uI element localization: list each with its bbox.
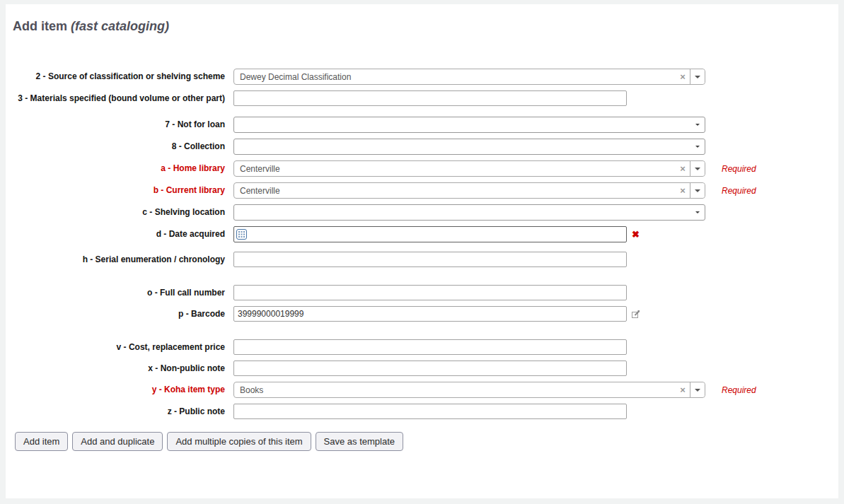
selected-value: Centerville bbox=[234, 161, 676, 176]
form-row-collection: 8 - Collection bbox=[13, 139, 838, 155]
field-date-acquired-input[interactable] bbox=[233, 226, 627, 242]
field-label-not-for-loan: 7 - Not for loan bbox=[13, 120, 225, 129]
field-cost-replacement-price-input[interactable] bbox=[233, 339, 627, 355]
dropdown-arrow-icon bbox=[695, 146, 700, 150]
arrow-glyph bbox=[695, 76, 700, 81]
field-label-shelving-location: c - Shelving location bbox=[13, 208, 225, 217]
required-badge: Required bbox=[722, 164, 756, 174]
field-label-barcode: p - Barcode bbox=[13, 310, 225, 319]
arrow-glyph bbox=[695, 168, 700, 173]
form-row-date-acquired: d - Date acquired✖ bbox=[13, 226, 838, 242]
field-home-library-combobox[interactable]: Centerville× bbox=[233, 160, 705, 177]
field-full-call-number-input[interactable] bbox=[233, 285, 627, 300]
field-barcode-input[interactable] bbox=[233, 306, 627, 322]
field-koha-item-type-combobox[interactable]: Books× bbox=[233, 382, 705, 398]
calendar-icon[interactable] bbox=[236, 229, 247, 240]
page-title-suffix: (fast cataloging) bbox=[71, 19, 169, 33]
clear-date-icon[interactable]: ✖ bbox=[632, 226, 640, 242]
field-materials-specified-input[interactable] bbox=[233, 90, 627, 106]
page-title: Add item (fast cataloging) bbox=[13, 18, 838, 34]
field-not-for-loan-select[interactable] bbox=[233, 117, 705, 133]
selected-value: Centerville bbox=[234, 183, 676, 198]
field-shelving-location-select[interactable] bbox=[233, 204, 705, 221]
clear-selection-icon[interactable]: × bbox=[676, 183, 690, 198]
field-label-public-note: z - Public note bbox=[13, 407, 225, 416]
arrow-glyph bbox=[695, 389, 700, 394]
form-row-cost-replacement-price: v - Cost, replacement price bbox=[13, 339, 838, 355]
field-label-full-call-number: o - Full call number bbox=[13, 288, 225, 298]
field-label-current-library: b - Current library bbox=[13, 186, 225, 195]
dropdown-arrow-icon bbox=[695, 124, 700, 128]
content-panel: Add item (fast cataloging) 2 - Source of… bbox=[6, 4, 838, 498]
clear-selection-icon[interactable]: × bbox=[676, 161, 690, 176]
selected-value: Books bbox=[234, 382, 676, 397]
form-row-full-call-number: o - Full call number bbox=[13, 285, 838, 300]
page-title-text: Add item bbox=[13, 19, 67, 33]
edit-icon[interactable] bbox=[631, 310, 640, 319]
form-row-barcode: p - Barcode bbox=[13, 306, 838, 322]
dropdown-arrow-icon bbox=[695, 211, 700, 216]
dropdown-arrow-icon[interactable] bbox=[690, 183, 705, 198]
field-label-classification: 2 - Source of classification or shelving… bbox=[13, 72, 225, 81]
field-label-cost-replacement-price: v - Cost, replacement price bbox=[13, 343, 225, 352]
field-label-koha-item-type: y - Koha item type bbox=[13, 385, 225, 394]
button-save-as-template[interactable]: Save as template bbox=[316, 432, 403, 451]
field-current-library-combobox[interactable]: Centerville× bbox=[233, 182, 705, 199]
field-non-public-note-input[interactable] bbox=[233, 361, 627, 376]
form-actions: Add itemAdd and duplicateAdd multiple co… bbox=[15, 432, 838, 451]
button-add-multiple-copies[interactable]: Add multiple copies of this item bbox=[167, 432, 311, 451]
form-row-not-for-loan: 7 - Not for loan bbox=[13, 117, 838, 133]
field-label-home-library: a - Home library bbox=[13, 164, 225, 173]
required-badge: Required bbox=[722, 385, 756, 395]
required-badge: Required bbox=[722, 186, 756, 196]
clear-selection-icon[interactable]: × bbox=[676, 382, 690, 397]
form-row-home-library: a - Home libraryCenterville×Required bbox=[13, 160, 838, 177]
add-item-form: 2 - Source of classification or shelving… bbox=[13, 69, 838, 419]
button-add-item[interactable]: Add item bbox=[15, 432, 68, 451]
form-row-current-library: b - Current libraryCenterville×Required bbox=[13, 182, 838, 199]
form-row-non-public-note: x - Non-public note bbox=[13, 361, 838, 376]
selected-value: Dewey Decimal Classification bbox=[234, 69, 676, 84]
arrow-glyph bbox=[695, 189, 700, 195]
dropdown-arrow-icon[interactable] bbox=[690, 161, 705, 176]
field-label-serial-enumeration: h - Serial enumeration / chronology bbox=[13, 255, 225, 264]
field-serial-enumeration-input[interactable] bbox=[233, 252, 627, 267]
dropdown-arrow-icon[interactable] bbox=[690, 382, 705, 397]
field-label-collection: 8 - Collection bbox=[13, 142, 225, 151]
form-row-koha-item-type: y - Koha item typeBooks×Required bbox=[13, 382, 838, 398]
form-row-public-note: z - Public note bbox=[13, 404, 838, 419]
form-row-materials-specified: 3 - Materials specified (bound volume or… bbox=[13, 90, 838, 106]
button-add-and-duplicate[interactable]: Add and duplicate bbox=[72, 432, 163, 451]
field-classification-combobox[interactable]: Dewey Decimal Classification× bbox=[233, 69, 705, 85]
field-label-materials-specified: 3 - Materials specified (bound volume or… bbox=[13, 94, 225, 103]
clear-selection-icon[interactable]: × bbox=[676, 69, 690, 84]
field-date-acquired-wrap bbox=[233, 226, 627, 242]
field-label-date-acquired: d - Date acquired bbox=[13, 230, 225, 239]
field-collection-select[interactable] bbox=[233, 139, 705, 155]
form-row-classification: 2 - Source of classification or shelving… bbox=[13, 69, 838, 85]
dropdown-arrow-icon[interactable] bbox=[690, 69, 705, 84]
field-label-non-public-note: x - Non-public note bbox=[13, 364, 225, 373]
field-public-note-input[interactable] bbox=[233, 404, 627, 419]
form-row-serial-enumeration: h - Serial enumeration / chronology bbox=[13, 252, 838, 267]
form-row-shelving-location: c - Shelving location bbox=[13, 204, 838, 221]
